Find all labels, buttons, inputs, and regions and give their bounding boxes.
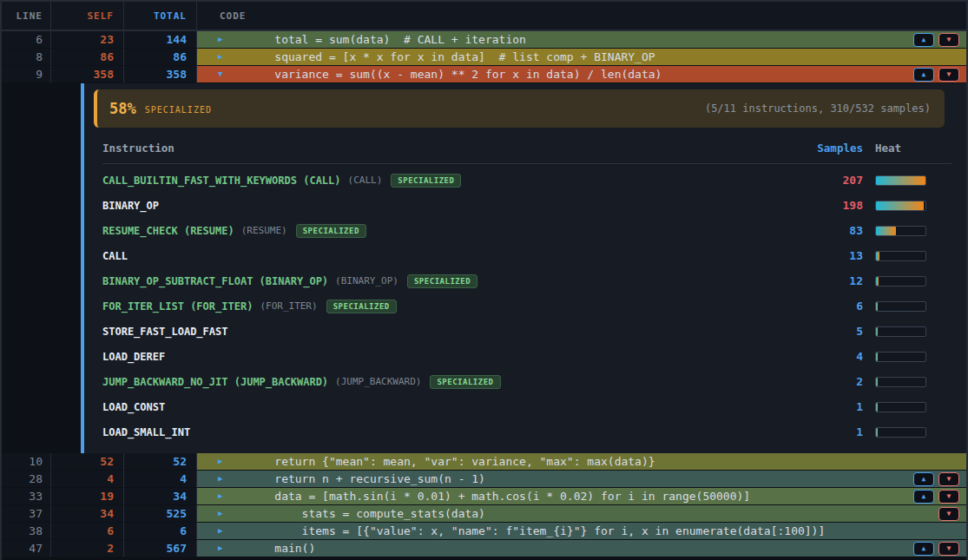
instruction-row: CALL_BUILTIN_FAST_WITH_KEYWORDS (CALL)(C… [102, 168, 926, 193]
code-cell[interactable]: ▶ data = [math.sin(i * 0.01) + math.cos(… [197, 488, 966, 505]
row-nav-buttons: ▲▼ [913, 472, 966, 486]
heat-bar-track [875, 352, 926, 362]
instruction-name-group: RESUME_CHECK (RESUME)(RESUME)SPECIALIZED [102, 224, 793, 238]
instruction-name: LOAD_CONST [102, 401, 165, 413]
specialized-badge: SPECIALIZED [407, 274, 477, 288]
samples-value: 12 [793, 274, 863, 287]
jump-down-button[interactable]: ▼ [938, 542, 959, 556]
instruction-name-group: CALL [102, 250, 793, 262]
instruction-row: FOR_ITER_LIST (FOR_ITER)(FOR_ITER)SPECIA… [102, 293, 926, 319]
code-row[interactable]: 623144▶ total = sum(data) # CALL + itera… [2, 31, 966, 49]
code-text: return {"mean": mean, "var": variance, "… [247, 455, 655, 468]
code-cell[interactable]: ▶ items = [{"value": x, "name": f"item_{… [197, 523, 966, 540]
code-cell[interactable]: ▼ variance = sum((x - mean) ** 2 for x i… [197, 66, 966, 83]
total-samples-cell: 358 [124, 66, 197, 83]
code-cell[interactable]: ▶ return n + recursive_sum(n - 1)▲▼ [197, 471, 966, 488]
total-samples-cell: 144 [124, 31, 197, 49]
code-text: items = [{"value": x, "name": f"item_{i}… [247, 524, 825, 537]
instruction-row: LOAD_DEREF4 [102, 344, 926, 369]
instruction-name-group: CALL_BUILTIN_FAST_WITH_KEYWORDS (CALL)(C… [102, 174, 793, 188]
column-header-code: CODE [197, 2, 966, 30]
code-row[interactable]: 331934▶ data = [math.sin(i * 0.01) + mat… [2, 488, 966, 505]
code-row[interactable]: 2844▶ return n + recursive_sum(n - 1)▲▼ [2, 471, 966, 488]
instruction-row: LOAD_CONST1 [102, 394, 926, 419]
heat-bar-track [875, 201, 926, 211]
code-row[interactable]: 9358358▼ variance = sum((x - mean) ** 2 … [2, 66, 966, 83]
self-samples-cell: 86 [51, 49, 124, 66]
instruction-name-group: JUMP_BACKWARD_NO_JIT (JUMP_BACKWARD)(JUM… [102, 375, 793, 389]
jump-up-button[interactable]: ▲ [913, 542, 934, 556]
heat-bar-track [875, 326, 926, 337]
expand-icon[interactable]: ▶ [218, 475, 230, 483]
samples-value: 2 [793, 375, 863, 388]
code-text: return n + recursive_sum(n - 1) [247, 472, 485, 485]
expand-icon[interactable]: ▶ [218, 53, 230, 61]
jump-down-button[interactable]: ▼ [938, 490, 959, 504]
code-rows-above: 623144▶ total = sum(data) # CALL + itera… [2, 31, 966, 83]
code-cell[interactable]: ▶ main()▲▼ [197, 540, 966, 557]
code-row[interactable]: 3866▶ items = [{"value": x, "name": f"it… [2, 523, 966, 540]
heat-bar-fill [876, 277, 879, 286]
total-samples-cell: 52 [124, 453, 197, 471]
expand-icon[interactable]: ▶ [218, 510, 230, 517]
jump-up-button[interactable]: ▲ [913, 472, 934, 486]
detail-content: 58% SPECIALIZED (5/11 instructions, 310/… [84, 83, 966, 453]
instruction-name: FOR_ITER_LIST (FOR_ITER) [102, 300, 253, 313]
heat-bar-fill [876, 378, 878, 386]
expand-icon[interactable]: ▶ [218, 544, 230, 552]
code-row[interactable]: 472567▶ main()▲▼ [2, 540, 966, 557]
expand-icon[interactable]: ▶ [218, 36, 230, 43]
self-samples-cell: 34 [51, 505, 124, 523]
column-header-self: SELF [51, 2, 124, 30]
heat-bar-fill [876, 352, 878, 361]
samples-value: 83 [793, 224, 863, 237]
heat-bar-fill [876, 176, 925, 185]
total-samples-cell: 6 [124, 523, 197, 540]
instruction-name: CALL [102, 250, 128, 262]
jump-down-button[interactable]: ▼ [938, 472, 959, 486]
instruction-name-group: BINARY_OP [102, 200, 793, 212]
jump-down-button[interactable]: ▼ [938, 507, 959, 521]
heat-bar-fill [876, 403, 878, 412]
code-row[interactable]: 88686▶ squared = [x * x for x in data] #… [2, 49, 966, 66]
instruction-name: BINARY_OP_SUBTRACT_FLOAT (BINARY_OP) [102, 275, 328, 287]
code-row[interactable]: 105252▶ return {"mean": mean, "var": var… [2, 453, 966, 471]
table-header: LINE SELF TOTAL CODE [2, 2, 966, 31]
profiler-window: LINE SELF TOTAL CODE 623144▶ total = sum… [0, 0, 968, 560]
code-text: stats = compute_stats(data) [247, 507, 485, 520]
heat-bar-track [875, 402, 926, 412]
jump-up-button[interactable]: ▲ [913, 33, 934, 47]
heat-bar-track [875, 301, 926, 312]
code-text: data = [math.sin(i * 0.01) + math.cos(i … [247, 490, 750, 503]
instruction-name-group: LOAD_DEREF [102, 351, 793, 363]
jump-down-button[interactable]: ▼ [938, 68, 959, 82]
self-samples-cell: 23 [51, 31, 124, 49]
collapse-icon[interactable]: ▼ [218, 70, 230, 78]
instruction-row: JUMP_BACKWARD_NO_JIT (JUMP_BACKWARD)(JUM… [102, 369, 926, 394]
instruction-base-name: (FOR_ITER) [260, 300, 317, 312]
total-samples-cell: 86 [124, 49, 197, 66]
code-cell[interactable]: ▶ stats = compute_stats(data)▼ [197, 505, 966, 523]
instruction-table-header: Instruction Samples Heat [102, 133, 952, 164]
total-samples-cell: 525 [124, 505, 197, 523]
instruction-name: LOAD_SMALL_INT [102, 426, 190, 438]
expand-icon[interactable]: ▶ [218, 492, 230, 500]
line-number-cell: 37 [2, 505, 51, 523]
line-number-cell: 6 [2, 31, 51, 49]
specialization-percent-label: SPECIALIZED [145, 102, 212, 115]
jump-up-button[interactable]: ▲ [913, 490, 934, 504]
code-cell[interactable]: ▶ total = sum(data) # CALL + iteration▲▼ [197, 31, 966, 49]
jump-down-button[interactable]: ▼ [938, 33, 959, 47]
heat-bar-track [875, 276, 926, 287]
code-cell[interactable]: ▶ squared = [x * x for x in data] # list… [197, 49, 966, 66]
code-text: variance = sum((x - mean) ** 2 for x in … [247, 68, 662, 81]
instruction-name-group: LOAD_CONST [102, 401, 793, 413]
self-samples-cell: 19 [51, 488, 124, 505]
code-row[interactable]: 3734525▶ stats = compute_stats(data)▼ [2, 505, 966, 523]
expand-icon[interactable]: ▶ [218, 527, 230, 535]
code-cell[interactable]: ▶ return {"mean": mean, "var": variance,… [197, 453, 966, 471]
jump-up-button[interactable]: ▲ [913, 68, 934, 82]
self-samples-cell: 4 [51, 471, 124, 488]
instruction-base-name: (BINARY_OP) [335, 275, 398, 287]
expand-icon[interactable]: ▶ [218, 458, 230, 465]
